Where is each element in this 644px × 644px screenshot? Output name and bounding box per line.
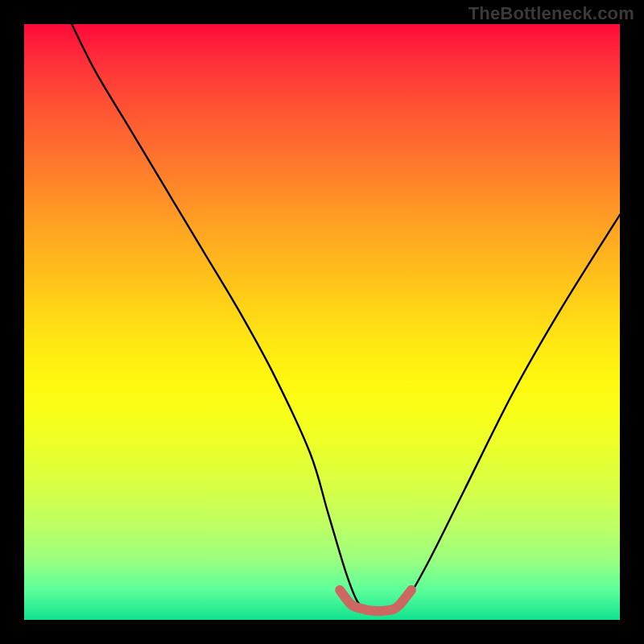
series-bottleneck-curve: [72, 24, 620, 612]
chart-frame: TheBottleneck.com: [0, 0, 644, 644]
plot-area: [24, 24, 620, 620]
curve-layer: [24, 24, 620, 620]
series-highlight-band: [340, 590, 411, 611]
curve-svg: [24, 24, 620, 620]
watermark: TheBottleneck.com: [469, 3, 634, 24]
